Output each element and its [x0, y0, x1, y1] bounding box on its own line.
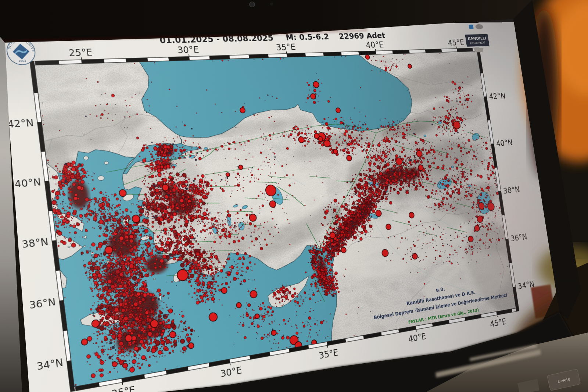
photo-of-laptop-screen: B.Ü.Kandilli Rasathanesi ve D.A.E.Bölges…: [0, 0, 588, 392]
surroundings-base: [0, 0, 588, 392]
laptop-and-background: Delete: [0, 0, 588, 392]
laptop-left-bezel: [0, 37, 22, 392]
laptop-top-bezel: [0, 0, 537, 42]
webcam: [250, 2, 255, 7]
webcam-led: [270, 3, 273, 6]
